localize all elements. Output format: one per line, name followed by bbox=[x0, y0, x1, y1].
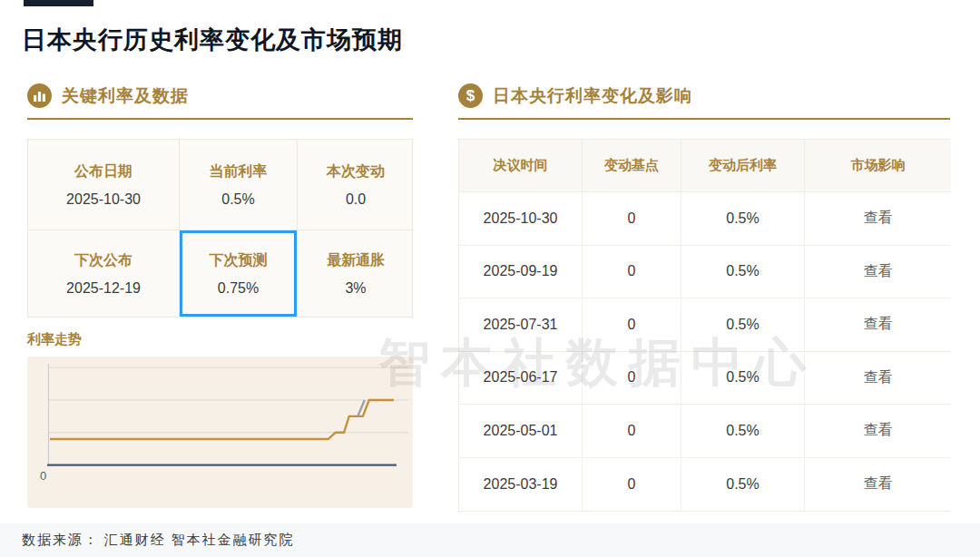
cell-change-bp: 0 bbox=[583, 246, 681, 299]
stat-label: 本次变动 bbox=[327, 162, 385, 181]
col-header-rate-after: 变动后利率 bbox=[681, 140, 805, 192]
stat-value: 0.5% bbox=[221, 191, 254, 208]
cell-rate-after: 0.5% bbox=[681, 192, 805, 246]
view-link[interactable]: 查看 bbox=[864, 315, 893, 334]
cell-action: 查看 bbox=[805, 298, 951, 352]
key-rates-panel: 关键利率及数据 公布日期 2025-10-30 当前利率 0.5% 本次变动 0… bbox=[27, 83, 413, 508]
stat-cell-next-announce: 下次公布 2025-12-19 bbox=[28, 230, 180, 317]
cell-change-bp: 0 bbox=[583, 405, 681, 458]
top-tab-notch bbox=[24, 0, 93, 6]
stat-cell-this-change: 本次变动 0.0 bbox=[298, 140, 414, 230]
cell-action: 查看 bbox=[805, 192, 951, 246]
data-source-text: 数据来源： 汇通财经 智本社金融研究院 bbox=[22, 532, 295, 549]
view-link[interactable]: 查看 bbox=[864, 421, 893, 440]
stat-cell-next-forecast-selected[interactable]: 下次预测 0.75% bbox=[180, 230, 298, 317]
view-link[interactable]: 查看 bbox=[864, 262, 893, 281]
key-rates-panel-title: 关键利率及数据 bbox=[62, 84, 189, 108]
rate-trend-chart: 0 bbox=[27, 357, 413, 508]
stat-label: 下次公布 bbox=[74, 251, 132, 270]
cell-rate-after: 0.5% bbox=[681, 352, 805, 406]
rate-decisions-table: 决议时间 变动基点 变动后利率 市场影响 2025-10-30 0 0.5% 查… bbox=[458, 139, 950, 512]
stat-value: 3% bbox=[345, 280, 366, 297]
cell-change-bp: 0 bbox=[583, 298, 681, 352]
bar-chart-icon bbox=[27, 83, 52, 108]
rate-trend-sparkline: 0 bbox=[27, 357, 413, 508]
cell-action: 查看 bbox=[805, 246, 951, 299]
cell-change-bp: 0 bbox=[583, 192, 681, 246]
cell-action: 查看 bbox=[805, 352, 951, 406]
stat-cell-current-rate: 当前利率 0.5% bbox=[180, 140, 298, 230]
cell-change-bp: 0 bbox=[583, 352, 681, 406]
col-header-change-bp: 变动基点 bbox=[583, 140, 681, 192]
stat-cell-latest-inflation: 最新通胀 3% bbox=[298, 230, 414, 317]
stat-cell-announce-date: 公布日期 2025-10-30 bbox=[28, 140, 180, 230]
view-link[interactable]: 查看 bbox=[864, 368, 893, 387]
page-title: 日本央行历史利率变化及市场预期 bbox=[22, 24, 403, 56]
cell-rate-after: 0.5% bbox=[681, 246, 805, 299]
cell-date: 2025-09-19 bbox=[459, 246, 583, 299]
stat-label: 最新通胀 bbox=[327, 251, 385, 270]
key-rates-panel-header: 关键利率及数据 bbox=[27, 83, 413, 120]
svg-text:0: 0 bbox=[40, 469, 46, 483]
cell-date: 2025-07-31 bbox=[459, 298, 583, 352]
cell-date: 2025-05-01 bbox=[459, 405, 583, 458]
stat-label: 公布日期 bbox=[74, 162, 132, 181]
stat-value: 2025-12-19 bbox=[66, 280, 141, 297]
cell-date: 2025-06-17 bbox=[459, 352, 583, 406]
cell-change-bp: 0 bbox=[583, 458, 681, 512]
stat-label: 当前利率 bbox=[210, 162, 268, 181]
stat-value: 0.0 bbox=[346, 191, 366, 208]
dashboard-root: 日本央行历史利率变化及市场预期 关键利率及数据 公布日期 2025-10-30 … bbox=[0, 0, 980, 557]
cell-date: 2025-03-19 bbox=[459, 458, 583, 512]
cell-rate-after: 0.5% bbox=[681, 458, 805, 512]
view-link[interactable]: 查看 bbox=[864, 209, 893, 228]
rate-changes-panel-header: $ 日本央行利率变化及影响 bbox=[458, 83, 950, 120]
view-link[interactable]: 查看 bbox=[864, 474, 893, 493]
cell-rate-after: 0.5% bbox=[681, 298, 805, 352]
dollar-icon: $ bbox=[458, 83, 483, 108]
stat-value: 2025-10-30 bbox=[66, 191, 141, 208]
stat-value: 0.75% bbox=[218, 280, 259, 297]
stat-label: 下次预测 bbox=[210, 251, 268, 270]
rate-trend-label: 利率走势 bbox=[27, 331, 413, 348]
rate-changes-panel: $ 日本央行利率变化及影响 决议时间 变动基点 变动后利率 市场影响 2025-… bbox=[458, 83, 950, 512]
cell-action: 查看 bbox=[805, 405, 951, 458]
col-header-decision-time: 决议时间 bbox=[459, 140, 583, 192]
cell-action: 查看 bbox=[805, 458, 951, 512]
cell-date: 2025-10-30 bbox=[459, 192, 583, 246]
footer-bar: 数据来源： 汇通财经 智本社金融研究院 bbox=[0, 523, 980, 557]
rate-changes-panel-title: 日本央行利率变化及影响 bbox=[493, 84, 692, 108]
col-header-market-impact: 市场影响 bbox=[805, 140, 951, 192]
key-stats-grid: 公布日期 2025-10-30 当前利率 0.5% 本次变动 0.0 下次公布 … bbox=[27, 139, 413, 318]
cell-rate-after: 0.5% bbox=[681, 405, 805, 458]
